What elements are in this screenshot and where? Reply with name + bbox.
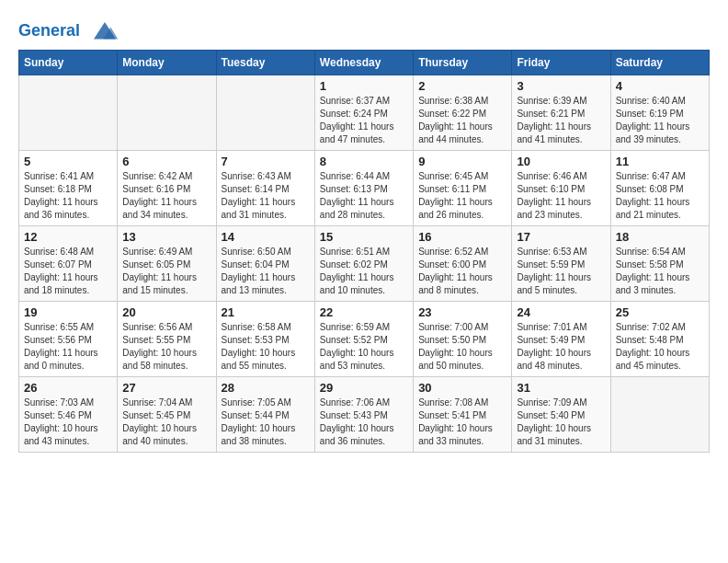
day-number: 2: [418, 79, 506, 93]
weekday-header-monday: Monday: [118, 51, 216, 75]
weekday-header-row: SundayMondayTuesdayWednesdayThursdayFrid…: [19, 51, 710, 75]
day-number: 10: [517, 155, 605, 168]
day-info: Sunrise: 6:41 AM Sunset: 6:18 PM Dayligh…: [24, 170, 112, 222]
day-number: 11: [616, 155, 704, 168]
day-info: Sunrise: 7:01 AM Sunset: 5:49 PM Dayligh…: [517, 321, 605, 373]
day-info: Sunrise: 6:37 AM Sunset: 6:24 PM Dayligh…: [320, 95, 408, 146]
day-info: Sunrise: 6:40 AM Sunset: 6:19 PM Dayligh…: [616, 95, 704, 146]
calendar-cell: 1Sunrise: 6:37 AM Sunset: 6:24 PM Daylig…: [314, 75, 413, 151]
day-info: Sunrise: 6:59 AM Sunset: 5:52 PM Dayligh…: [320, 321, 408, 373]
calendar-cell: 23Sunrise: 7:00 AM Sunset: 5:50 PM Dayli…: [414, 302, 512, 377]
day-info: Sunrise: 6:44 AM Sunset: 6:13 PM Dayligh…: [320, 170, 408, 222]
weekday-header-sunday: Sunday: [19, 51, 118, 75]
day-number: 1: [320, 79, 408, 93]
day-number: 16: [418, 230, 506, 244]
calendar-cell: 4Sunrise: 6:40 AM Sunset: 6:19 PM Daylig…: [610, 75, 709, 151]
weekday-header-thursday: Thursday: [414, 51, 512, 75]
calendar-cell: 19Sunrise: 6:55 AM Sunset: 5:56 PM Dayli…: [19, 302, 118, 377]
calendar-cell: 2Sunrise: 6:38 AM Sunset: 6:22 PM Daylig…: [414, 75, 512, 151]
calendar-cell: 17Sunrise: 6:53 AM Sunset: 5:59 PM Dayli…: [512, 226, 610, 302]
day-number: 21: [222, 305, 310, 319]
day-info: Sunrise: 7:09 AM Sunset: 5:40 PM Dayligh…: [517, 396, 605, 448]
calendar-cell: 25Sunrise: 7:02 AM Sunset: 5:48 PM Dayli…: [610, 302, 709, 377]
calendar-cell: 3Sunrise: 6:39 AM Sunset: 6:21 PM Daylig…: [512, 75, 610, 151]
day-number: 31: [517, 381, 605, 395]
calendar-cell: 29Sunrise: 7:06 AM Sunset: 5:43 PM Dayli…: [314, 377, 413, 453]
calendar-cell: 26Sunrise: 7:03 AM Sunset: 5:46 PM Dayli…: [19, 377, 118, 453]
calendar-table: SundayMondayTuesdayWednesdayThursdayFrid…: [18, 50, 710, 453]
day-number: 20: [122, 305, 210, 319]
weekday-header-wednesday: Wednesday: [314, 51, 413, 75]
weekday-header-saturday: Saturday: [610, 51, 709, 75]
calendar-cell: 8Sunrise: 6:44 AM Sunset: 6:13 PM Daylig…: [314, 151, 413, 226]
day-number: 8: [320, 155, 408, 168]
day-info: Sunrise: 6:51 AM Sunset: 6:02 PM Dayligh…: [320, 246, 408, 297]
day-number: 19: [24, 305, 112, 319]
day-number: 27: [122, 381, 210, 395]
calendar-cell: 5Sunrise: 6:41 AM Sunset: 6:18 PM Daylig…: [19, 151, 118, 226]
day-number: 29: [320, 381, 408, 395]
day-number: 25: [616, 305, 704, 319]
day-number: 28: [222, 381, 310, 395]
calendar-cell: 15Sunrise: 6:51 AM Sunset: 6:02 PM Dayli…: [314, 226, 413, 302]
day-info: Sunrise: 7:08 AM Sunset: 5:41 PM Dayligh…: [418, 396, 506, 448]
day-number: 17: [517, 230, 605, 244]
calendar-cell: [118, 75, 216, 151]
calendar-cell: [216, 75, 314, 151]
calendar-cell: 24Sunrise: 7:01 AM Sunset: 5:49 PM Dayli…: [512, 302, 610, 377]
week-row-3: 12Sunrise: 6:48 AM Sunset: 6:07 PM Dayli…: [19, 226, 710, 302]
day-info: Sunrise: 6:54 AM Sunset: 5:58 PM Dayligh…: [616, 246, 704, 297]
day-info: Sunrise: 7:04 AM Sunset: 5:45 PM Dayligh…: [122, 396, 210, 448]
logo: General: [18, 18, 121, 40]
day-number: 14: [222, 230, 310, 244]
calendar-cell: [19, 75, 118, 151]
day-info: Sunrise: 6:47 AM Sunset: 6:08 PM Dayligh…: [616, 170, 704, 222]
day-info: Sunrise: 7:03 AM Sunset: 5:46 PM Dayligh…: [24, 396, 112, 448]
day-number: 6: [122, 155, 210, 168]
day-info: Sunrise: 6:49 AM Sunset: 6:05 PM Dayligh…: [122, 246, 210, 297]
calendar-cell: 31Sunrise: 7:09 AM Sunset: 5:40 PM Dayli…: [512, 377, 610, 453]
day-number: 22: [320, 305, 408, 319]
calendar-cell: 28Sunrise: 7:05 AM Sunset: 5:44 PM Dayli…: [216, 377, 314, 453]
calendar-cell: 12Sunrise: 6:48 AM Sunset: 6:07 PM Dayli…: [19, 226, 118, 302]
day-number: 24: [517, 305, 605, 319]
calendar-cell: 20Sunrise: 6:56 AM Sunset: 5:55 PM Dayli…: [118, 302, 216, 377]
week-row-1: 1Sunrise: 6:37 AM Sunset: 6:24 PM Daylig…: [19, 75, 710, 151]
day-info: Sunrise: 6:43 AM Sunset: 6:14 PM Dayligh…: [222, 170, 310, 222]
day-info: Sunrise: 7:05 AM Sunset: 5:44 PM Dayligh…: [222, 396, 310, 448]
calendar-cell: 11Sunrise: 6:47 AM Sunset: 6:08 PM Dayli…: [610, 151, 709, 226]
weekday-header-friday: Friday: [512, 51, 610, 75]
calendar-cell: 9Sunrise: 6:45 AM Sunset: 6:11 PM Daylig…: [414, 151, 512, 226]
day-number: 9: [418, 155, 506, 168]
calendar-cell: 14Sunrise: 6:50 AM Sunset: 6:04 PM Dayli…: [216, 226, 314, 302]
calendar-cell: 10Sunrise: 6:46 AM Sunset: 6:10 PM Dayli…: [512, 151, 610, 226]
day-number: 4: [616, 79, 704, 93]
day-info: Sunrise: 7:06 AM Sunset: 5:43 PM Dayligh…: [320, 396, 408, 448]
day-info: Sunrise: 6:38 AM Sunset: 6:22 PM Dayligh…: [418, 95, 506, 146]
day-number: 13: [122, 230, 210, 244]
day-number: 15: [320, 230, 408, 244]
day-info: Sunrise: 6:50 AM Sunset: 6:04 PM Dayligh…: [222, 246, 310, 297]
day-info: Sunrise: 6:42 AM Sunset: 6:16 PM Dayligh…: [122, 170, 210, 222]
day-info: Sunrise: 6:48 AM Sunset: 6:07 PM Dayligh…: [24, 246, 112, 297]
calendar-cell: 22Sunrise: 6:59 AM Sunset: 5:52 PM Dayli…: [314, 302, 413, 377]
week-row-2: 5Sunrise: 6:41 AM Sunset: 6:18 PM Daylig…: [19, 151, 710, 226]
day-info: Sunrise: 6:53 AM Sunset: 5:59 PM Dayligh…: [517, 246, 605, 297]
calendar-cell: 7Sunrise: 6:43 AM Sunset: 6:14 PM Daylig…: [216, 151, 314, 226]
week-row-4: 19Sunrise: 6:55 AM Sunset: 5:56 PM Dayli…: [19, 302, 710, 377]
calendar-cell: 30Sunrise: 7:08 AM Sunset: 5:41 PM Dayli…: [414, 377, 512, 453]
day-number: 3: [517, 79, 605, 93]
day-number: 5: [24, 155, 112, 168]
day-info: Sunrise: 7:00 AM Sunset: 5:50 PM Dayligh…: [418, 321, 506, 373]
day-number: 30: [418, 381, 506, 395]
weekday-header-tuesday: Tuesday: [216, 51, 314, 75]
calendar-cell: 27Sunrise: 7:04 AM Sunset: 5:45 PM Dayli…: [118, 377, 216, 453]
calendar-cell: 16Sunrise: 6:52 AM Sunset: 6:00 PM Dayli…: [414, 226, 512, 302]
day-number: 26: [24, 381, 112, 395]
header: General: [18, 18, 710, 40]
day-info: Sunrise: 6:56 AM Sunset: 5:55 PM Dayligh…: [122, 321, 210, 373]
calendar-cell: 18Sunrise: 6:54 AM Sunset: 5:58 PM Dayli…: [610, 226, 709, 302]
calendar-cell: [610, 377, 709, 453]
logo-text: General: [18, 18, 121, 44]
day-info: Sunrise: 6:55 AM Sunset: 5:56 PM Dayligh…: [24, 321, 112, 373]
